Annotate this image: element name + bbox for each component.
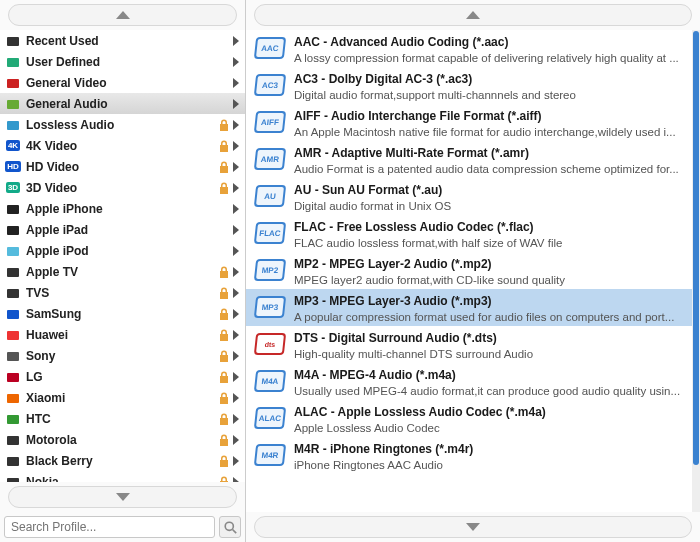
svg-rect-30 [7,373,19,382]
category-label: User Defined [26,55,229,69]
category-item[interactable]: Apple iPod [0,240,245,261]
svg-marker-19 [233,246,239,256]
lock-icon [219,308,229,320]
format-icon: AMR [254,145,286,173]
category-item[interactable]: SamSung [0,303,245,324]
search-button[interactable] [219,516,241,538]
format-scroll-up[interactable] [254,4,692,26]
format-item[interactable]: AACAAC - Advanced Audio Coding (*.aac)A … [246,30,700,67]
format-icon: AU [254,182,286,210]
format-item[interactable]: AUAU - Sun AU Format (*.au)Digital audio… [246,178,700,215]
lock-icon [219,140,229,152]
format-title: AAC - Advanced Audio Coding (*.aac) [294,35,690,49]
category-item[interactable]: Black Berry [0,450,245,471]
svg-rect-1 [7,37,19,46]
category-icon [4,32,22,50]
format-title: DTS - Digital Surround Audio (*.dts) [294,331,690,345]
format-item[interactable]: AIFFAIFF - Audio Interchange File Format… [246,104,700,141]
scrollbar-thumb[interactable] [693,31,699,465]
format-item[interactable]: AMRAMR - Adaptive Multi-Rate Format (*.a… [246,141,700,178]
category-icon [4,74,22,92]
category-label: Apple iPad [26,223,229,237]
lock-icon [219,266,229,278]
svg-marker-10 [233,120,239,130]
format-title: M4R - iPhone Ringtones (*.m4r) [294,442,690,456]
svg-rect-14 [7,205,19,214]
category-label: 3D Video [26,181,217,195]
chevron-right-icon [233,372,239,382]
category-item[interactable]: LG [0,366,245,387]
category-item[interactable]: Apple iPhone [0,198,245,219]
svg-line-44 [232,529,236,533]
svg-marker-6 [233,78,239,88]
svg-marker-8 [233,99,239,109]
format-title: AC3 - Dolby Digital AC-3 (*.ac3) [294,72,690,86]
category-item[interactable]: HDHD Video [0,156,245,177]
category-item[interactable]: User Defined [0,51,245,72]
category-icon: HD [4,158,22,176]
svg-rect-16 [7,226,19,235]
format-icon: AAC [254,34,286,62]
format-body: MP3 - MPEG Layer-3 Audio (*.mp3)A popula… [294,293,690,323]
category-item[interactable]: Lossless Audio [0,114,245,135]
category-item[interactable]: Recent Used [0,30,245,51]
category-item[interactable]: Xiaomi [0,387,245,408]
category-item[interactable]: HTC [0,408,245,429]
category-item[interactable]: 3D3D Video [0,177,245,198]
format-body: AAC - Advanced Audio Coding (*.aac)A los… [294,34,690,64]
format-item[interactable]: M4AM4A - MPEG-4 Audio (*.m4a)Usually use… [246,363,700,400]
format-item[interactable]: FLACFLAC - Free Lossless Audio Codec (*.… [246,215,700,252]
category-item[interactable]: General Video [0,72,245,93]
category-item[interactable]: Nokia [0,471,245,482]
category-scroll-down[interactable] [8,486,237,508]
category-icon [4,389,22,407]
category-label: Lossless Audio [26,118,217,132]
category-icon [4,116,22,134]
svg-rect-34 [7,415,19,424]
format-scroll-down[interactable] [254,516,692,538]
chevron-right-icon [233,351,239,361]
category-item[interactable]: Sony [0,345,245,366]
category-label: Sony [26,349,217,363]
category-icon [4,305,22,323]
chevron-right-icon [233,183,239,193]
chevron-right-icon [233,78,239,88]
format-item[interactable]: AC3AC3 - Dolby Digital AC-3 (*.ac3)Digit… [246,67,700,104]
category-item[interactable]: Apple iPad [0,219,245,240]
category-item[interactable]: TVS [0,282,245,303]
format-item[interactable]: MP3MP3 - MPEG Layer-3 Audio (*.mp3)A pop… [246,289,700,326]
format-title: AIFF - Audio Interchange File Format (*.… [294,109,690,123]
chevron-right-icon [233,288,239,298]
format-item[interactable]: ALACALAC - Apple Lossless Audio Codec (*… [246,400,700,437]
category-item[interactable]: General Audio [0,93,245,114]
svg-marker-39 [233,456,239,466]
category-icon [4,53,22,71]
format-desc: Apple Lossless Audio Codec [294,422,690,434]
svg-rect-3 [7,58,19,67]
search-icon [224,521,237,534]
format-list: AACAAC - Advanced Audio Coding (*.aac)A … [246,30,700,512]
format-panel: AACAAC - Advanced Audio Coding (*.aac)A … [246,0,700,542]
svg-marker-45 [466,11,480,19]
chevron-right-icon [233,204,239,214]
format-icon: dts [254,330,286,358]
category-item[interactable]: 4K4K Video [0,135,245,156]
category-label: General Audio [26,97,229,111]
lock-icon [219,287,229,299]
format-desc: An Apple Macintosh native file format fo… [294,126,690,138]
scrollbar[interactable] [692,30,700,512]
format-icon: M4R [254,441,286,469]
category-item[interactable]: Apple TV [0,261,245,282]
category-scroll-up[interactable] [8,4,237,26]
svg-rect-20 [7,268,19,277]
category-item[interactable]: Huawei [0,324,245,345]
chevron-right-icon [233,162,239,172]
format-item[interactable]: M4RM4R - iPhone Ringtones (*.m4r)iPhone … [246,437,700,474]
chevron-right-icon [233,57,239,67]
format-item[interactable]: dtsDTS - Digital Surround Audio (*.dts)H… [246,326,700,363]
category-item[interactable]: Motorola [0,429,245,450]
search-input[interactable] [4,516,215,538]
lock-icon [219,119,229,131]
svg-marker-25 [233,309,239,319]
format-item[interactable]: MP2MP2 - MPEG Layer-2 Audio (*.mp2)MPEG … [246,252,700,289]
